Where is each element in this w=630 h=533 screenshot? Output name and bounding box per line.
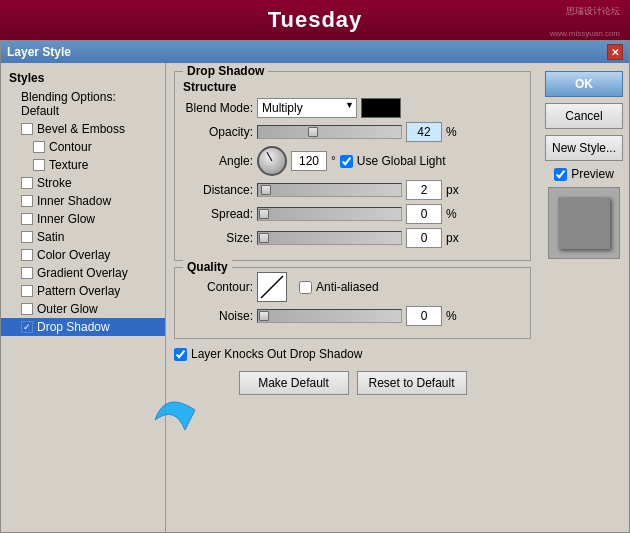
distance-unit: px — [446, 183, 466, 197]
sidebar-item-inner-glow[interactable]: Inner Glow — [1, 210, 165, 228]
close-button[interactable]: ✕ — [607, 44, 623, 60]
outer-glow-label: Outer Glow — [37, 302, 98, 316]
opacity-label: Opacity: — [183, 125, 253, 139]
structure-title: Structure — [183, 80, 522, 94]
angle-row: Angle: ° Use Global Light — [183, 146, 522, 176]
shadow-color-swatch[interactable] — [361, 98, 401, 118]
contour-svg — [259, 274, 285, 300]
quality-group: Quality Contour: Anti-aliased — [174, 267, 531, 339]
preview-inner — [558, 197, 610, 249]
header-logo: www.missyuan.com — [550, 29, 620, 38]
drop-shadow-checkbox[interactable]: ✓ — [21, 321, 33, 333]
inner-glow-label: Inner Glow — [37, 212, 95, 226]
sidebar-item-inner-shadow[interactable]: Inner Shadow — [1, 192, 165, 210]
angle-knob[interactable] — [257, 146, 287, 176]
sidebar-item-contour[interactable]: Contour — [1, 138, 165, 156]
header-bar: Tuesday 思瑞设计论坛 www.missyuan.com — [0, 0, 630, 40]
opacity-slider[interactable] — [257, 125, 402, 139]
texture-checkbox[interactable] — [33, 159, 45, 171]
blend-mode-select[interactable]: Multiply — [257, 98, 357, 118]
sidebar-item-outer-glow[interactable]: Outer Glow — [1, 300, 165, 318]
blend-mode-label: Blend Mode: — [183, 101, 253, 115]
noise-slider[interactable] — [257, 309, 402, 323]
cancel-button[interactable]: Cancel — [545, 103, 623, 129]
sidebar-item-drop-shadow[interactable]: ✓ Drop Shadow — [1, 318, 165, 336]
spread-label: Spread: — [183, 207, 253, 221]
distance-input[interactable] — [406, 180, 442, 200]
contour-label: Contour — [49, 140, 92, 154]
size-unit: px — [446, 231, 466, 245]
sidebar-item-satin[interactable]: Satin — [1, 228, 165, 246]
blend-mode-row: Blend Mode: Multiply — [183, 98, 522, 118]
size-slider[interactable] — [257, 231, 402, 245]
contour-row: Contour: Anti-aliased — [183, 272, 522, 302]
satin-checkbox[interactable] — [21, 231, 33, 243]
noise-unit: % — [446, 309, 466, 323]
sidebar-item-texture[interactable]: Texture — [1, 156, 165, 174]
anti-aliased-label: Anti-aliased — [299, 280, 379, 294]
contour-preview[interactable] — [257, 272, 287, 302]
sidebar-item-pattern-overlay[interactable]: Pattern Overlay — [1, 282, 165, 300]
layer-knocks-checkbox[interactable] — [174, 348, 187, 361]
angle-input[interactable] — [291, 151, 327, 171]
dialog-title: Layer Style — [7, 45, 71, 59]
header-title: Tuesday — [268, 7, 363, 33]
sidebar-item-gradient-overlay[interactable]: Gradient Overlay — [1, 264, 165, 282]
drop-shadow-group-title: Drop Shadow — [183, 64, 268, 78]
drop-shadow-group: Drop Shadow Structure Blend Mode: Multip… — [174, 71, 531, 261]
size-input[interactable] — [406, 228, 442, 248]
color-overlay-label: Color Overlay — [37, 248, 110, 262]
noise-input[interactable] — [406, 306, 442, 326]
layer-knocks-label: Layer Knocks Out Drop Shadow — [174, 347, 362, 361]
sidebar: Styles Blending Options: Default Bevel &… — [1, 63, 166, 532]
reset-default-button[interactable]: Reset to Default — [357, 371, 467, 395]
gradient-overlay-checkbox[interactable] — [21, 267, 33, 279]
blend-mode-wrapper[interactable]: Multiply — [257, 98, 357, 118]
dialog-titlebar: Layer Style ✕ — [1, 41, 629, 63]
anti-aliased-checkbox[interactable] — [299, 281, 312, 294]
distance-row: Distance: px — [183, 180, 522, 200]
size-row: Size: px — [183, 228, 522, 248]
sidebar-header: Styles — [1, 68, 165, 88]
make-default-button[interactable]: Make Default — [239, 371, 349, 395]
sidebar-item-color-overlay[interactable]: Color Overlay — [1, 246, 165, 264]
preview-section: Preview — [545, 167, 623, 259]
inner-glow-checkbox[interactable] — [21, 213, 33, 225]
main-panel: Drop Shadow Structure Blend Mode: Multip… — [166, 63, 539, 532]
distance-slider[interactable] — [257, 183, 402, 197]
ok-button[interactable]: OK — [545, 71, 623, 97]
new-style-button[interactable]: New Style... — [545, 135, 623, 161]
size-label: Size: — [183, 231, 253, 245]
outer-glow-checkbox[interactable] — [21, 303, 33, 315]
contour-label: Contour: — [183, 280, 253, 294]
satin-label: Satin — [37, 230, 64, 244]
contour-checkbox[interactable] — [33, 141, 45, 153]
gradient-overlay-label: Gradient Overlay — [37, 266, 128, 280]
stroke-label: Stroke — [37, 176, 72, 190]
spread-row: Spread: % — [183, 204, 522, 224]
layer-style-dialog: Layer Style ✕ Styles Blending Options: D… — [0, 40, 630, 533]
color-overlay-checkbox[interactable] — [21, 249, 33, 261]
opacity-input[interactable] — [406, 122, 442, 142]
spread-input[interactable] — [406, 204, 442, 224]
inner-shadow-checkbox[interactable] — [21, 195, 33, 207]
stroke-checkbox[interactable] — [21, 177, 33, 189]
noise-row: Noise: % — [183, 306, 522, 326]
noise-label: Noise: — [183, 309, 253, 323]
texture-label: Texture — [49, 158, 88, 172]
angle-line — [267, 152, 273, 161]
header-watermark: 思瑞设计论坛 — [566, 5, 620, 18]
preview-label-row: Preview — [554, 167, 614, 181]
preview-checkbox[interactable] — [554, 168, 567, 181]
right-buttons-panel: OK Cancel New Style... Preview — [539, 63, 629, 532]
degree-symbol: ° — [331, 154, 336, 168]
angle-label: Angle: — [183, 154, 253, 168]
spread-slider[interactable] — [257, 207, 402, 221]
sidebar-item-stroke[interactable]: Stroke — [1, 174, 165, 192]
bevel-checkbox[interactable] — [21, 123, 33, 135]
use-global-light-checkbox[interactable] — [340, 155, 353, 168]
sidebar-item-bevel[interactable]: Bevel & Emboss — [1, 120, 165, 138]
sidebar-item-blending[interactable]: Blending Options: Default — [1, 88, 165, 120]
dialog-body: Styles Blending Options: Default Bevel &… — [1, 63, 629, 532]
pattern-overlay-checkbox[interactable] — [21, 285, 33, 297]
